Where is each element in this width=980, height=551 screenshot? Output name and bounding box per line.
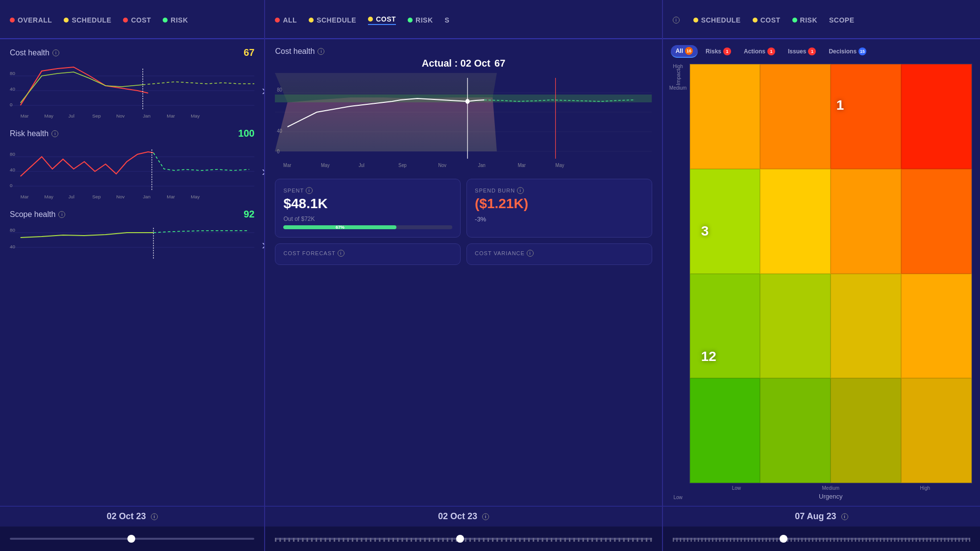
actual-label: Actual : 02 Oct 67: [275, 58, 652, 69]
svg-rect-204: [898, 538, 899, 542]
tab-cost-left[interactable]: COST: [123, 16, 151, 24]
svg-rect-115: [538, 538, 539, 542]
svg-rect-107: [501, 538, 503, 542]
svg-rect-169: [773, 538, 774, 542]
risk-health-title: Risk health i: [10, 129, 58, 138]
right-date-info-icon[interactable]: i: [841, 513, 848, 520]
svg-rect-202: [890, 538, 891, 542]
svg-rect-224: [969, 538, 970, 542]
cost-chart-nav[interactable]: ›: [262, 83, 264, 98]
cost-forecast-label: COST FORECAST i: [283, 250, 452, 257]
scope-chart-nav[interactable]: ›: [262, 237, 264, 253]
svg-rect-154: [719, 538, 720, 542]
middle-timeline-thumb[interactable]: [456, 535, 464, 543]
svg-text:May: May: [556, 162, 565, 168]
tab-schedule-right[interactable]: SCHEDULE: [693, 16, 741, 24]
svg-rect-90: [424, 538, 426, 542]
tab-scope-right[interactable]: SCOPE: [829, 16, 855, 24]
tab-cost-right[interactable]: COST: [753, 16, 781, 24]
cost-health-header: Cost health i 67: [10, 47, 254, 58]
right-panel: i SCHEDULE COST RISK SCOPE All 16: [663, 0, 980, 551]
tab-cost-middle[interactable]: COST: [368, 15, 396, 25]
svg-rect-163: [751, 538, 752, 542]
svg-text:Jan: Jan: [143, 113, 150, 119]
svg-rect-117: [546, 538, 548, 542]
schedule-dot-right: [693, 18, 698, 23]
svg-rect-96: [451, 538, 453, 542]
risk-health-card: Risk health i 100 80 40 0: [10, 128, 254, 201]
filter-tab-all[interactable]: All 16: [671, 45, 698, 58]
cost-forecast-info-icon[interactable]: i: [338, 250, 344, 257]
middle-health-info-icon[interactable]: i: [318, 48, 324, 55]
risk-dot-right: [792, 18, 797, 23]
scope-health-info-icon[interactable]: i: [58, 211, 65, 218]
middle-date-info-icon[interactable]: i: [482, 513, 489, 520]
y-tick-medium: Medium: [669, 85, 687, 91]
svg-rect-136: [633, 538, 634, 542]
spent-info-icon[interactable]: i: [306, 187, 313, 194]
svg-rect-106: [497, 538, 498, 542]
tab-risk-right[interactable]: RISK: [792, 16, 817, 24]
svg-rect-121: [564, 538, 566, 542]
tab-overall[interactable]: OVERALL: [10, 16, 52, 24]
svg-text:0: 0: [10, 183, 12, 188]
right-panel-info-icon[interactable]: i: [673, 17, 680, 24]
left-timeline-thumb[interactable]: [127, 535, 135, 543]
matrix-number-12: 12: [701, 349, 716, 364]
middle-timeline-track[interactable]: [275, 538, 652, 540]
left-timeline-track[interactable]: for(var i=0;i<80;i++){document.write('')…: [10, 538, 254, 540]
right-timeline-thumb[interactable]: [780, 535, 787, 543]
svg-rect-222: [962, 538, 963, 542]
svg-rect-122: [569, 538, 570, 542]
tab-schedule-middle[interactable]: SCHEDULE: [309, 16, 356, 24]
svg-rect-104: [488, 538, 489, 542]
svg-rect-194: [862, 538, 863, 542]
risk-chart-nav[interactable]: ›: [262, 164, 264, 179]
risk-dot-left: [163, 18, 168, 23]
spend-burn-info-icon[interactable]: i: [517, 187, 524, 194]
svg-rect-128: [596, 538, 598, 542]
tab-risk-middle[interactable]: RISK: [408, 16, 433, 24]
svg-text:Jan: Jan: [143, 194, 150, 199]
svg-rect-61: [293, 538, 294, 542]
svg-rect-100: [469, 538, 471, 542]
tab-risk-left[interactable]: RISK: [163, 16, 188, 24]
svg-rect-208: [912, 538, 913, 542]
overall-dot: [10, 18, 15, 23]
risk-health-info-icon[interactable]: i: [51, 130, 58, 137]
svg-marker-43: [275, 97, 497, 151]
filter-tab-issues[interactable]: Issues 1: [783, 46, 821, 57]
left-date-info-icon[interactable]: i: [151, 513, 158, 520]
svg-rect-82: [388, 538, 390, 542]
middle-timeline[interactable]: [265, 527, 662, 551]
cost-variance-info-icon[interactable]: i: [527, 250, 534, 257]
tab-all-middle[interactable]: ALL: [275, 16, 297, 24]
svg-rect-212: [926, 538, 927, 542]
filter-tab-decisions[interactable]: Decisions 15: [824, 46, 871, 57]
cost-health-info-icon[interactable]: i: [52, 49, 59, 56]
svg-rect-111: [519, 538, 521, 542]
right-timeline-track[interactable]: [673, 538, 970, 540]
filter-tab-actions[interactable]: Actions 1: [739, 46, 780, 57]
svg-rect-65: [311, 538, 313, 542]
svg-text:Mar: Mar: [167, 113, 175, 119]
svg-rect-191: [851, 538, 852, 542]
tab-schedule-left[interactable]: SCHEDULE: [64, 16, 111, 24]
svg-rect-62: [298, 538, 299, 542]
tab-s-middle[interactable]: S: [445, 16, 450, 24]
right-timeline[interactable]: [663, 527, 980, 551]
svg-rect-123: [574, 538, 575, 542]
x-label-low: Low: [689, 483, 784, 491]
svg-rect-83: [392, 538, 394, 542]
decisions-badge: 15: [858, 48, 866, 55]
svg-rect-63: [302, 538, 304, 542]
svg-rect-92: [434, 538, 435, 542]
spent-progress-fill: 67%: [283, 225, 396, 229]
svg-rect-210: [919, 538, 920, 542]
svg-rect-70: [334, 538, 335, 542]
filter-tab-risks[interactable]: Risks 1: [701, 46, 736, 57]
svg-rect-67: [320, 538, 322, 542]
left-timeline[interactable]: for(var i=0;i<80;i++){document.write('')…: [0, 527, 264, 551]
svg-rect-183: [823, 538, 824, 542]
cost-health-title: Cost health i: [10, 48, 59, 57]
